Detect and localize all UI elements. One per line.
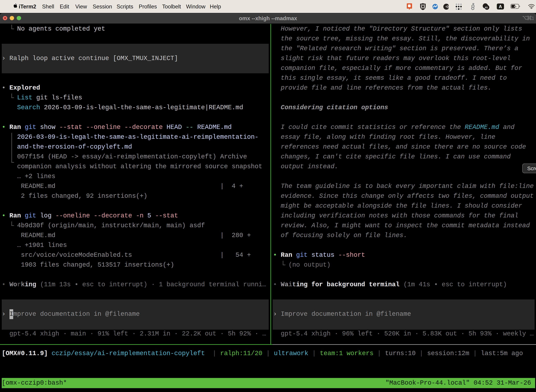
- svg-text:..61: ..61: [484, 6, 488, 9]
- svg-text:1: 1: [531, 16, 534, 21]
